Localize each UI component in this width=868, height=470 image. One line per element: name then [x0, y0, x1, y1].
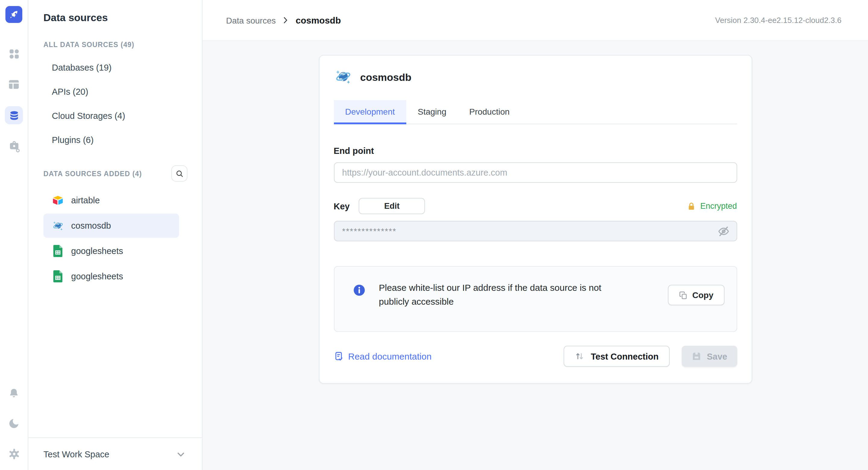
- endpoint-label: End point: [334, 146, 737, 156]
- section-data-sources-added: DATA SOURCES ADDED (4): [43, 170, 142, 177]
- cosmosdb-icon: [334, 67, 352, 88]
- toggle-visibility-button[interactable]: [716, 224, 731, 238]
- main-area: Data sources cosmosdb Version 2.30.4-ee2…: [203, 0, 868, 470]
- data-sources-icon[interactable]: [5, 106, 23, 124]
- apps-grid-icon[interactable]: [5, 45, 23, 63]
- save-button[interactable]: Save: [681, 346, 737, 367]
- breadcrumb-data-sources[interactable]: Data sources: [226, 16, 276, 25]
- copy-ip-button[interactable]: Copy: [668, 285, 724, 305]
- added-data-sources-list: airtable cosmosdb: [43, 188, 187, 289]
- cosmosdb-icon: [52, 219, 64, 232]
- test-connection-button[interactable]: Test Connection: [564, 346, 670, 367]
- tab-development[interactable]: Development: [334, 100, 406, 124]
- datasource-item-googlesheets-2[interactable]: googlesheets: [43, 264, 179, 288]
- all-data-sources-list: Databases (19) APIs (20) Cloud Storages …: [43, 56, 187, 152]
- settings-gear-icon[interactable]: [5, 445, 23, 463]
- form-footer: Read documentation Test Connection: [334, 346, 737, 367]
- search-icon: [175, 169, 184, 178]
- edit-key-button[interactable]: Edit: [359, 198, 425, 214]
- lock-icon: [686, 201, 696, 211]
- airtable-icon: [52, 194, 64, 206]
- workspace-constants-icon[interactable]: [5, 137, 23, 155]
- copy-icon: [678, 291, 687, 299]
- rocket-icon: [8, 8, 20, 21]
- save-icon: [691, 351, 701, 361]
- datasource-title: cosmosdb: [360, 72, 411, 84]
- sidebar-item-apis[interactable]: APIs (20): [43, 80, 187, 104]
- notifications-bell-icon[interactable]: [5, 384, 23, 403]
- sidebar: Data sources ALL DATA SOURCES (49) Datab…: [28, 0, 203, 470]
- read-documentation-link[interactable]: Read documentation: [334, 351, 432, 361]
- googlesheets-icon: [52, 270, 64, 282]
- eye-off-icon: [717, 225, 730, 237]
- info-icon: [352, 284, 366, 299]
- main-header: Data sources cosmosdb Version 2.30.4-ee2…: [203, 0, 868, 41]
- icon-rail: [0, 0, 28, 470]
- datasource-card: cosmosdb Development Staging Production …: [318, 55, 752, 384]
- sidebar-item-cloud-storages[interactable]: Cloud Storages (4): [43, 104, 187, 128]
- documentation-icon: [334, 351, 344, 361]
- version-label: Version 2.30.4-ee2.15.12-cloud2.3.6: [715, 16, 841, 25]
- tab-production[interactable]: Production: [458, 100, 521, 124]
- chevron-right-icon: [282, 16, 290, 24]
- tab-staging[interactable]: Staging: [406, 100, 458, 124]
- encrypted-badge: Encrypted: [686, 201, 737, 211]
- encrypted-label: Encrypted: [700, 202, 737, 211]
- chevron-down-icon: [176, 448, 186, 460]
- workspace-switcher[interactable]: Test Work Space: [28, 437, 202, 470]
- environment-tabs: Development Staging Production: [334, 100, 737, 124]
- datasource-item-cosmosdb[interactable]: cosmosdb: [43, 213, 179, 238]
- section-all-data-sources: ALL DATA SOURCES (49): [43, 41, 187, 48]
- tooljet-logo[interactable]: [5, 6, 22, 23]
- sidebar-title: Data sources: [43, 12, 187, 24]
- workspace-name: Test Work Space: [43, 449, 110, 459]
- ip-whitelist-text: Please white-list our IP address if the …: [379, 281, 632, 308]
- search-button[interactable]: [171, 165, 187, 182]
- dark-mode-moon-icon[interactable]: [5, 414, 23, 433]
- connection-form: End point Key Edit Encrypted: [319, 124, 751, 383]
- layout-icon[interactable]: [5, 76, 23, 93]
- breadcrumb-current: cosmosdb: [296, 15, 341, 25]
- arrows-up-down-icon: [575, 351, 585, 361]
- datasource-item-airtable[interactable]: airtable: [43, 188, 179, 212]
- breadcrumb: Data sources cosmosdb: [226, 15, 341, 25]
- endpoint-input[interactable]: [334, 162, 737, 183]
- googlesheets-icon: [52, 245, 64, 257]
- datasource-item-googlesheets-1[interactable]: googlesheets: [43, 239, 179, 263]
- app-window: Data sources ALL DATA SOURCES (49) Datab…: [0, 0, 868, 470]
- content-area: cosmosdb Development Staging Production …: [203, 41, 868, 470]
- key-masked-input[interactable]: [334, 221, 737, 241]
- sidebar-item-plugins[interactable]: Plugins (6): [43, 128, 187, 152]
- key-label: Key: [334, 201, 350, 211]
- sidebar-item-databases[interactable]: Databases (19): [43, 56, 187, 80]
- ip-whitelist-notice: Please white-list our IP address if the …: [334, 266, 737, 332]
